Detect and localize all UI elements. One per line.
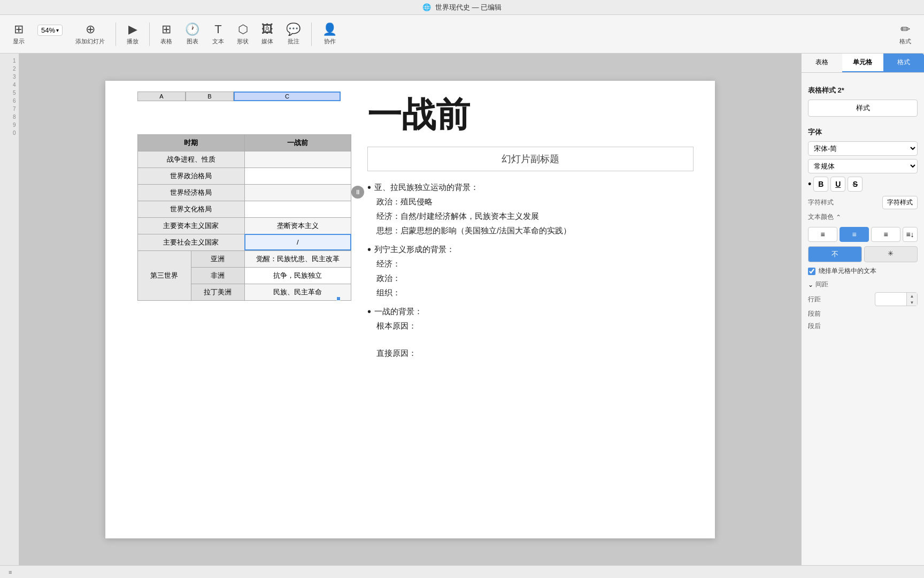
media-label: 媒体 xyxy=(261,37,273,45)
bold-button[interactable]: B xyxy=(813,177,828,192)
slide-num-2: 2 xyxy=(3,66,16,72)
line-spacing-input[interactable]: ▲ ▼ xyxy=(875,292,918,306)
add-slide-icon: ⊕ xyxy=(86,22,95,36)
td-socialism-val[interactable]: / xyxy=(244,234,351,250)
media-btn[interactable]: 🖼 媒体 xyxy=(257,22,278,45)
strikethrough-button[interactable]: S xyxy=(848,177,863,192)
play-icon: ▶ xyxy=(128,22,137,36)
chart-icon: 🕐 xyxy=(185,22,199,36)
td-capitalism-val[interactable]: 垄断资本主义 xyxy=(244,217,351,234)
align-left-button[interactable]: ≡ xyxy=(808,227,837,242)
align-center-button[interactable]: ≡ xyxy=(840,227,869,242)
format-btn[interactable]: ✏ 格式 xyxy=(895,22,915,45)
text-color-section: 文本颜色 ⌃ xyxy=(808,212,918,222)
bullet-dot-1: • xyxy=(367,180,371,238)
style-button[interactable]: 样式 xyxy=(808,100,918,117)
zoom-value[interactable]: 54% ▾ xyxy=(37,25,63,36)
spacing-section: ⌄ 间距 行距 ▲ ▼ 段前 段后 xyxy=(808,280,918,331)
table-btn[interactable]: ⊞ 表格 xyxy=(156,22,176,45)
chart-btn[interactable]: 🕐 图表 xyxy=(181,22,204,45)
tab-cell[interactable]: 单元格 xyxy=(842,54,883,72)
td-third-world[interactable]: 第三世界 xyxy=(138,250,191,300)
char-style-row: 字符样式 字符样式 xyxy=(808,196,918,209)
chart-label: 图表 xyxy=(187,37,198,45)
divider-2 xyxy=(149,22,150,46)
col-ruler-b: B xyxy=(186,92,234,101)
pause-button[interactable] xyxy=(351,186,364,199)
bullet-sub-1-3: 思想：启蒙思想的影响（美国独立/法国大革命的实践） xyxy=(376,223,694,238)
slide-canvas[interactable]: A B C 时期 一战前 战争进程、性质 xyxy=(105,81,715,538)
table-label: 表格 xyxy=(160,37,172,45)
td-war-process-val[interactable] xyxy=(244,151,351,168)
title-icon: 🌐 xyxy=(422,3,431,11)
display-btn[interactable]: ⊞ 显示 xyxy=(9,22,29,45)
add-slide-btn[interactable]: ⊕ 添加幻灯片 xyxy=(71,22,109,45)
slide-table-section: A B C 时期 一战前 战争进程、性质 xyxy=(105,81,357,538)
td-world-economy[interactable]: 世界经济格局 xyxy=(138,184,245,201)
slide-num-5: 5 xyxy=(3,90,16,96)
font-style-select[interactable]: 常规体 xyxy=(808,159,918,173)
td-world-economy-val[interactable] xyxy=(244,184,351,201)
tab-format[interactable]: 格式 xyxy=(883,54,924,72)
collaborate-btn[interactable]: 👤 协作 xyxy=(318,22,341,45)
bullet-sub-2-3: 组织： xyxy=(376,285,694,300)
bullet-sub-1-2: 经济：自然/封建经济解体，民族资本主义发展 xyxy=(376,209,694,223)
zoom-btn[interactable]: 54% ▾ x xyxy=(33,25,67,43)
bullet-content-3: 一战的背景： 根本原因： 直接原因： xyxy=(374,304,694,360)
collaborate-label: 协作 xyxy=(324,37,336,45)
td-world-politics-val[interactable] xyxy=(244,168,351,184)
comment-label: 批注 xyxy=(288,37,299,45)
underline-button[interactable]: U xyxy=(830,177,845,192)
bullet-sub-2-2: 政治： xyxy=(376,271,694,285)
shape-label: 形状 xyxy=(237,37,249,45)
td-war-process[interactable]: 战争进程、性质 xyxy=(138,151,245,168)
line-spacing-stepper[interactable]: ▲ ▼ xyxy=(906,293,917,306)
stepper-up[interactable]: ▲ xyxy=(907,293,917,299)
slide-body: • 亚、拉民族独立运动的背景： 政治：殖民侵略 经济：自然/封建经济解体，民族资… xyxy=(367,180,694,364)
td-world-politics[interactable]: 世界政治格局 xyxy=(138,168,245,184)
td-world-culture[interactable]: 世界文化格局 xyxy=(138,201,245,217)
panel-tabs: 表格 单元格 格式 xyxy=(802,54,924,73)
text-btn[interactable]: T 文本 xyxy=(208,22,228,45)
before-row: 段前 xyxy=(808,309,918,318)
td-socialism[interactable]: 主要社会主义国家 xyxy=(138,234,245,250)
wrap-text-label: 绕排单元格中的文本 xyxy=(819,267,876,276)
td-asia[interactable]: 亚洲 xyxy=(191,250,244,267)
font-style-row: • B U S xyxy=(808,177,918,192)
wrap-text-checkbox[interactable] xyxy=(808,268,815,275)
main-area: 1 2 3 4 5 6 7 8 9 0 A B C xyxy=(0,54,924,565)
right-panel: 表格 单元格 格式 表格样式 2* 样式 字体 宋体-简 常规体 • B U S xyxy=(801,54,924,565)
td-africa[interactable]: 非洲 xyxy=(191,267,244,284)
bullet-sub-3-1: 根本原因： xyxy=(376,318,694,333)
font-family-select[interactable]: 宋体-简 xyxy=(808,141,918,156)
table-row: 第三世界 亚洲 觉醒：民族忧患、民主改革 xyxy=(138,250,351,267)
td-asia-val[interactable]: 觉醒：民族忧患、民主改革 xyxy=(244,250,351,267)
td-world-culture-val[interactable] xyxy=(244,201,351,217)
bullet-dot-2: • xyxy=(367,242,371,300)
cell-fill-not-button[interactable]: 不 xyxy=(808,246,862,262)
stepper-down[interactable]: ▼ xyxy=(907,299,917,306)
add-slide-label: 添加幻灯片 xyxy=(75,37,105,45)
tab-table[interactable]: 表格 xyxy=(802,54,842,72)
app-title: 世界现代史 — 已编辑 xyxy=(435,3,502,12)
td-africa-val[interactable]: 抗争，民族独立 xyxy=(244,267,351,284)
indent-button[interactable]: ≡↓ xyxy=(903,227,918,242)
char-style-button[interactable]: 字符样式 xyxy=(882,196,918,209)
comment-btn[interactable]: 💬 批注 xyxy=(282,22,305,45)
line-spacing-row: 行距 ▲ ▼ xyxy=(808,292,918,306)
td-latin[interactable]: 拉丁美洲 xyxy=(191,284,244,300)
table-icon: ⊞ xyxy=(161,22,171,36)
shape-btn[interactable]: ⬡ 形状 xyxy=(233,22,253,45)
td-capitalism[interactable]: 主要资本主义国家 xyxy=(138,217,245,234)
bullet-sub-3-2 xyxy=(376,333,694,346)
resize-handle[interactable] xyxy=(336,296,341,301)
slide-num-10: 0 xyxy=(3,130,16,136)
align-right-button[interactable]: ≡ xyxy=(871,227,900,242)
td-latin-val[interactable]: 民族、民主革命 xyxy=(244,284,351,300)
cell-fill-symbol-button[interactable]: ✳ xyxy=(864,246,918,262)
slide-num-9: 9 xyxy=(3,122,16,128)
text-icon: T xyxy=(214,22,221,36)
color-chevron-icon: ⌃ xyxy=(836,214,841,221)
play-label: 播放 xyxy=(127,37,138,45)
play-btn[interactable]: ▶ 播放 xyxy=(122,22,143,45)
